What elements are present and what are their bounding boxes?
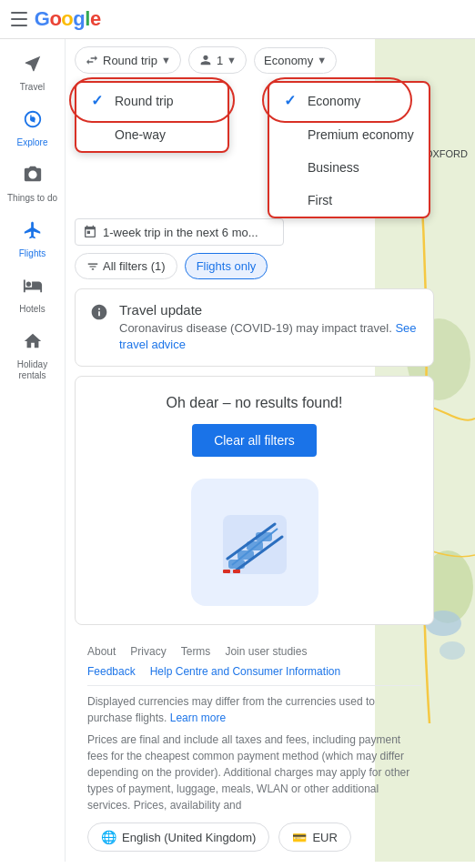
globe-icon: 🌐 [101,830,116,844]
person-icon [198,53,213,67]
svg-rect-16 [233,570,240,573]
economy-label: Economy [264,54,313,67]
round-trip-option-label: Round trip [115,94,174,108]
round-trip-label: Round trip [103,54,157,67]
currency-button[interactable]: 💳 EUR [278,823,350,852]
economy-option[interactable]: ✓ Economy [269,83,429,118]
first-option[interactable]: First [269,184,429,217]
sidebar-item-label: Flights [19,248,45,259]
svg-rect-15 [223,570,230,573]
svg-rect-10 [238,551,253,559]
sidebar-item-label: Things to do [7,193,57,204]
sidebar-item-label: Explore [17,137,48,148]
sidebar-item-label: Holiday rentals [5,359,60,381]
sidebar-item-travel[interactable]: Travel [2,46,64,100]
feedback-link[interactable]: Feedback [87,665,136,678]
currency-note: Displayed currencies may differ from the… [87,693,421,726]
header: Google [0,0,475,39]
price-note: Prices are final and include all taxes a… [87,732,421,813]
one-way-option[interactable]: One-way [76,118,227,151]
footer-links: About Privacy Terms Join user studies [87,645,421,658]
dropdowns-row: ✓ Round trip One-way ✓ Economy [75,81,434,218]
join-user-studies-link[interactable]: Join user studies [225,645,307,658]
travel-update: Travel update Coronavirus disease (COVID… [90,302,419,353]
escalator-bg [191,479,318,606]
flights-only-label: Flights only [197,259,257,273]
filter-icon [86,260,99,273]
round-trip-button[interactable]: Round trip ▼ [75,46,181,74]
menu-icon[interactable] [11,12,27,26]
sidebar-item-label: Hotels [19,304,45,315]
round-trip-icon [85,53,99,67]
flights-icon [23,220,43,246]
travel-update-body: Coronavirus disease (COVID-19) may impac… [119,320,419,353]
trip-type-dropdown: ✓ Round trip One-way [75,81,229,218]
travel-update-card: Travel update Coronavirus disease (COVID… [75,288,434,367]
premium-economy-label: Premium economy [308,127,414,142]
privacy-link[interactable]: Privacy [130,645,166,658]
trip-type-panel: ✓ Round trip One-way [75,81,229,153]
flights-panel: Round trip ▼ 1 ▼ Economy ▼ [66,39,443,862]
language-label: English (United Kingdom) [122,831,256,844]
sidebar-item-explore[interactable]: Explore [2,102,64,156]
economy-option-label: Economy [308,94,360,108]
svg-point-6 [440,641,465,660]
check-icon: ✓ [91,92,107,109]
content-area: OXFORD Round trip ▼ 1 ▼ Economy ▼ [66,39,475,862]
travel-update-text: Coronavirus disease (COVID-19) may impac… [119,321,392,335]
no-results-title: Oh dear – no results found! [90,395,419,411]
first-label: First [308,193,332,207]
calendar-icon [83,225,97,239]
all-filters-label: All filters (1) [103,259,166,273]
footer-divider [87,685,421,686]
footer: About Privacy Terms Join user studies Fe… [75,634,434,862]
holiday-icon [23,331,43,357]
learn-more-link[interactable]: Learn more [170,712,226,724]
economy-panel: ✓ Economy Premium economy Business First [268,81,430,218]
sidebar-item-things[interactable]: Things to do [2,157,64,211]
business-label: Business [308,160,359,175]
currency-label: EUR [312,831,337,844]
clear-all-filters-button[interactable]: Clear all filters [192,424,317,457]
week-trip-selector[interactable]: 1-week trip in the next 6 mo... [75,218,284,246]
business-option[interactable]: Business [269,151,429,184]
terms-link[interactable]: Terms [181,645,211,658]
one-way-option-label: One-way [115,127,166,142]
main-layout: Travel Explore Things to do Flights Hote [0,39,475,862]
premium-economy-option[interactable]: Premium economy [269,118,429,151]
help-link[interactable]: Help Centre and Consumer Information [150,665,340,678]
footer-buttons: 🌐 English (United Kingdom) 💳 EUR [87,823,421,852]
flights-only-button[interactable]: Flights only [185,253,268,279]
round-trip-chevron: ▼ [161,55,171,66]
no-results-card: Oh dear – no results found! Clear all fi… [75,376,434,625]
economy-chevron: ▼ [317,55,327,66]
currency-note-text: Displayed currencies may differ from the… [87,695,375,724]
economy-button[interactable]: Economy ▼ [254,47,337,74]
sidebar-item-label: Travel [20,82,45,93]
about-link[interactable]: About [87,645,116,658]
info-icon [90,303,108,326]
travel-update-title: Travel update [119,302,419,318]
sidebar-item-holiday[interactable]: Holiday rentals [2,324,64,389]
travel-icon [23,54,43,79]
economy-dropdown: ✓ Economy Premium economy Business First [268,81,430,218]
google-logo: Google [35,7,101,31]
things-icon [23,165,43,190]
passengers-button[interactable]: 1 ▼ [188,46,247,74]
sidebar-item-hotels[interactable]: Hotels [2,268,64,322]
sidebar-item-flights[interactable]: Flights [2,213,64,267]
filters-row: All filters (1) Flights only [75,253,434,279]
week-trip-label: 1-week trip in the next 6 mo... [103,226,258,239]
travel-update-content: Travel update Coronavirus disease (COVID… [119,302,419,353]
sidebar: Travel Explore Things to do Flights Hote [0,39,66,862]
check-icon: ✓ [284,92,300,109]
language-button[interactable]: 🌐 English (United Kingdom) [87,823,269,852]
all-filters-button[interactable]: All filters (1) [75,253,177,279]
escalator-illustration [90,479,419,606]
round-trip-option[interactable]: ✓ Round trip [76,83,227,118]
explore-icon [23,109,43,135]
hotels-icon [23,276,43,301]
svg-point-0 [30,116,35,122]
footer-links-2: Feedback Help Centre and Consumer Inform… [87,665,421,678]
toolbar-row: Round trip ▼ 1 ▼ Economy ▼ [75,46,434,74]
